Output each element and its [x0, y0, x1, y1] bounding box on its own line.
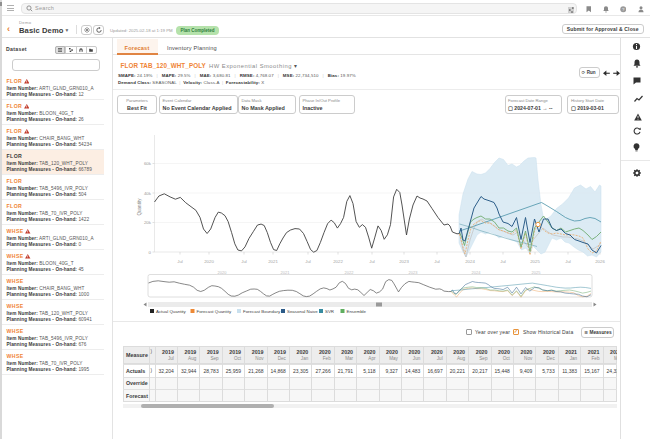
svg-text:2026: 2026: [595, 259, 605, 264]
svg-text:SVR: SVR: [325, 309, 334, 314]
svg-text:Forecast Boundary: Forecast Boundary: [243, 309, 281, 314]
svg-text:Jul: Jul: [177, 259, 183, 264]
svg-text:Jul: Jul: [369, 259, 375, 264]
svg-text:Jul: Jul: [305, 259, 311, 264]
svg-text:2023: 2023: [409, 270, 419, 275]
svg-text:2025: 2025: [532, 270, 542, 275]
svg-text:Quantity: Quantity: [137, 198, 142, 216]
svg-text:20k: 20k: [144, 220, 152, 225]
svg-text:2023: 2023: [399, 259, 409, 264]
svg-text:2021: 2021: [281, 270, 291, 275]
svg-text:2020: 2020: [218, 270, 228, 275]
svg-text:Jul: Jul: [434, 259, 440, 264]
svg-text:Forecast Quantity: Forecast Quantity: [197, 309, 232, 314]
svg-text:Jul: Jul: [565, 259, 571, 264]
svg-text:Seasonal Naive: Seasonal Naive: [287, 309, 318, 314]
svg-text:40k: 40k: [144, 191, 152, 196]
svg-text:2021: 2021: [268, 259, 278, 264]
svg-text:60k: 60k: [144, 161, 152, 166]
svg-text:2025: 2025: [530, 259, 540, 264]
svg-text:2022: 2022: [333, 259, 343, 264]
svg-text:Ensemble: Ensemble: [347, 309, 367, 314]
svg-text:2020: 2020: [204, 259, 214, 264]
svg-text:2022: 2022: [345, 270, 355, 275]
svg-text:Actual Quantity: Actual Quantity: [156, 309, 187, 314]
svg-text:Jul: Jul: [500, 259, 506, 264]
svg-text:Jul: Jul: [241, 259, 247, 264]
svg-text:0: 0: [149, 250, 152, 255]
svg-text:2024: 2024: [465, 259, 475, 264]
svg-text:2024: 2024: [472, 270, 482, 275]
